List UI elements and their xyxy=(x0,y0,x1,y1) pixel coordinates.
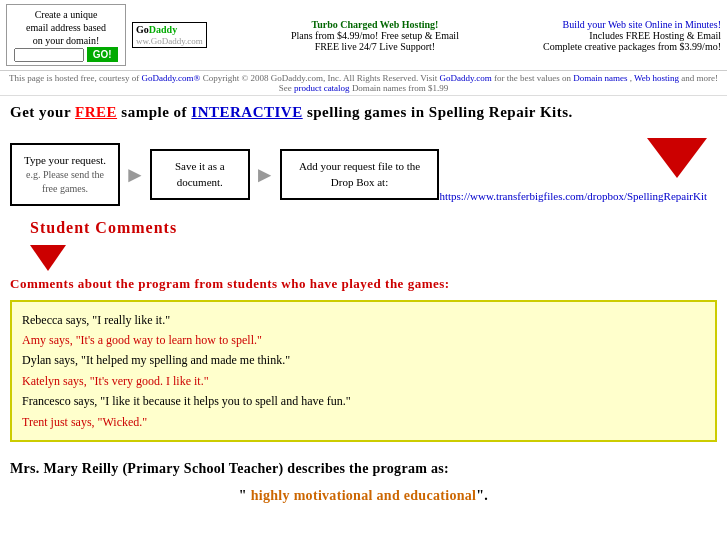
steps-diagram: Type your request. e.g. Please send the … xyxy=(10,143,439,206)
godaddy-logo: GoDaddy ww.GoDaddy.com xyxy=(132,22,207,48)
comment-5: Francesco says, "I like it because it he… xyxy=(22,391,705,411)
hosting-title-link[interactable]: Turbo Charged Web Hosting! xyxy=(311,19,438,30)
comment-1: Rebecca says, "I really like it." xyxy=(22,310,705,330)
diagram-left: Type your request. e.g. Please send the … xyxy=(10,133,439,275)
hosted-text: This page is hosted free, courtesy of xyxy=(9,73,141,83)
down-arrow-left xyxy=(30,245,66,271)
step-3-box: Add your request file to the Drop Box at… xyxy=(280,149,440,200)
comment-3: Dylan says, "It helped my spelling and m… xyxy=(22,350,705,370)
go-button[interactable]: GO! xyxy=(87,47,118,62)
email-promo-line2: email address based xyxy=(26,22,106,33)
email-promo-box: Create a unique email address based on y… xyxy=(6,4,126,66)
comment-2: Amy says, "It's a good way to learn how … xyxy=(22,330,705,350)
copyright-visit-suffix: for the best values on xyxy=(494,73,573,83)
godaddy-link[interactable]: GoDaddy.com® xyxy=(141,73,200,83)
teacher-quote-highlight: highly motivational and educational xyxy=(251,488,477,503)
hosting-line1: Plans from $4.99/mo! Free setup & Email xyxy=(291,30,459,41)
website-line2: Complete creative packages from $3.99/mo… xyxy=(543,41,721,52)
step-2-main: Save it as a document. xyxy=(162,159,238,190)
website-line1: Includes FREE Hosting & Email xyxy=(543,30,721,41)
main-content: Get your FREE sample of INTERACTIVE spel… xyxy=(0,96,727,512)
copyright-text: Copyright © 2008 GoDaddy.com, Inc. All R… xyxy=(203,73,440,83)
dropbox-url-link[interactable]: https://www.transferbigfiles.com/dropbox… xyxy=(439,190,707,202)
red-arrow-shape-left xyxy=(30,245,66,271)
arrow-1: ► xyxy=(124,162,146,188)
teacher-line: Mrs. Mary Reilly (Primary School Teacher… xyxy=(10,458,717,479)
red-arrow-right xyxy=(647,138,707,178)
headline-suffix: spelling games in Spelling Repair Kits. xyxy=(303,104,573,120)
email-promo-line1: Create a unique xyxy=(35,9,98,20)
godaddy-visit-link[interactable]: GoDaddy.com xyxy=(440,73,492,83)
diagram-area: Type your request. e.g. Please send the … xyxy=(10,133,717,275)
step-2-box: Save it as a document. xyxy=(150,149,250,200)
copyright-bar: This page is hosted free, courtesy of Go… xyxy=(0,71,727,96)
top-banner: Create a unique email address based on y… xyxy=(0,0,727,71)
headline-interactive: INTERACTIVE xyxy=(191,104,302,120)
student-comments-header: Student Comments xyxy=(30,219,177,237)
copyright-domain-price: Domain names from $1.99 xyxy=(352,83,448,93)
teacher-quote: " highly motivational and educational". xyxy=(10,485,717,506)
web-hosting-link[interactable]: Web hosting xyxy=(634,73,679,83)
step-3-main: Add your request file to the Drop Box at… xyxy=(292,159,428,190)
domain-names-link[interactable]: Domain names xyxy=(573,73,627,83)
banner-right: Build your Web site Online in Minutes! I… xyxy=(543,19,721,52)
teacher-section: Mrs. Mary Reilly (Primary School Teacher… xyxy=(10,458,717,506)
headline-middle: sample of xyxy=(117,104,191,120)
headline-free: FREE xyxy=(75,104,117,120)
domain-input[interactable] xyxy=(14,48,84,62)
hosting-line2: FREE live 24/7 Live Support! xyxy=(291,41,459,52)
comment-4: Katelyn says, "It's very good. I like it… xyxy=(22,371,705,391)
teacher-quote-prefix: " xyxy=(239,488,251,503)
headline: Get your FREE sample of INTERACTIVE spel… xyxy=(10,102,717,123)
teacher-quote-suffix: ". xyxy=(476,488,488,503)
product-catalog-link[interactable]: product catalog xyxy=(294,83,350,93)
arrow-2: ► xyxy=(254,162,276,188)
comments-heading: Comments about the program from students… xyxy=(10,275,717,293)
website-title-link[interactable]: Build your Web site Online in Minutes! xyxy=(563,19,721,30)
comments-box: Rebecca says, "I really like it." Amy sa… xyxy=(10,300,717,442)
step-1-box: Type your request. e.g. Please send the … xyxy=(10,143,120,206)
banner-center: Turbo Charged Web Hosting! Plans from $4… xyxy=(291,19,459,52)
email-promo-line3: on your domain! xyxy=(33,35,100,46)
headline-prefix: Get your xyxy=(10,104,75,120)
step-1-main: Type your request. xyxy=(22,153,108,168)
step-1-sub: e.g. Please send the free games. xyxy=(22,168,108,196)
comment-6: Trent just says, "Wicked." xyxy=(22,412,705,432)
banner-left: Create a unique email address based on y… xyxy=(6,4,207,66)
